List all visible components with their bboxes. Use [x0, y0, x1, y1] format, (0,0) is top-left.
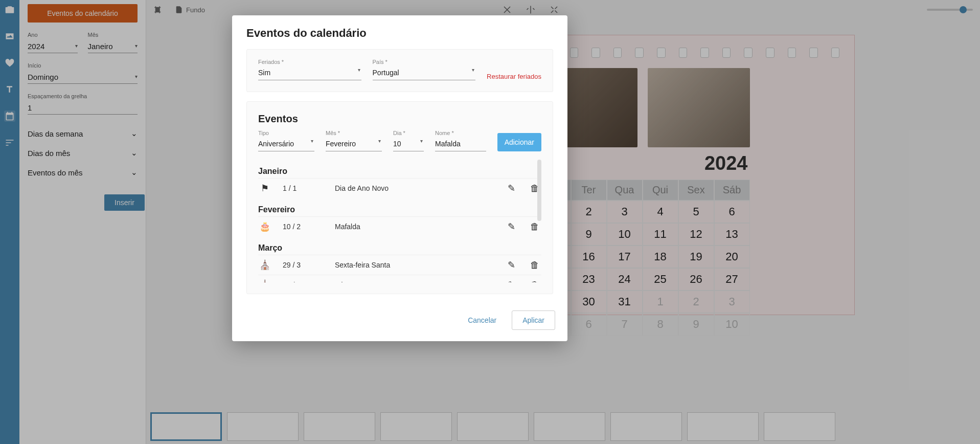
event-name-input[interactable] — [435, 138, 486, 151]
holidays-select[interactable]: Sim — [258, 66, 361, 80]
event-row: ⛪ 29 / 3 Sexta-feira Santa ✎ 🗑 — [258, 255, 541, 275]
add-event-button[interactable]: Adicionar — [497, 133, 541, 151]
month-heading: Fevereiro — [258, 203, 541, 216]
cake-icon: 🎂 — [258, 221, 271, 232]
event-day-label: Dia * — [393, 130, 424, 136]
event-date: 1 / 1 — [283, 184, 324, 192]
delete-icon[interactable]: 🗑 — [530, 280, 541, 283]
edit-icon[interactable]: ✎ — [508, 259, 519, 271]
edit-icon[interactable]: ✎ — [508, 221, 519, 232]
cancel-button[interactable]: Cancelar — [462, 311, 503, 329]
month-heading: Março — [258, 241, 541, 255]
country-select[interactable]: Portugal — [373, 66, 476, 80]
event-date: 31 / 3 — [283, 281, 324, 282]
dialog-title: Eventos do calendário — [232, 15, 567, 49]
event-name: Páscoa — [335, 281, 496, 282]
event-name: Sexta-feira Santa — [335, 261, 496, 269]
type-select[interactable]: Aniversário — [258, 138, 314, 151]
event-name: Mafalda — [335, 223, 496, 231]
calendar-events-dialog: Eventos do calendário Feriados * Sim ▾ P… — [232, 15, 567, 341]
edit-icon[interactable]: ✎ — [508, 183, 519, 194]
event-month-label: Mês * — [326, 130, 382, 136]
event-month-select[interactable]: Fevereiro — [326, 138, 382, 151]
church-icon: ⛪ — [258, 279, 271, 282]
delete-icon[interactable]: 🗑 — [530, 221, 541, 232]
event-name-label: Nome * — [435, 130, 486, 136]
country-label: País * — [373, 59, 476, 65]
scrollbar[interactable] — [537, 160, 541, 221]
event-date: 10 / 2 — [283, 223, 324, 231]
event-row: ⚑ 1 / 1 Dia de Ano Novo ✎ 🗑 — [258, 178, 541, 198]
event-day-select[interactable]: 10 — [393, 138, 424, 151]
event-row: ⛪ 31 / 3 Páscoa ✎ 🗑 — [258, 275, 541, 282]
event-date: 29 / 3 — [283, 261, 324, 269]
flag-icon: ⚑ — [258, 183, 271, 194]
event-name: Dia de Ano Novo — [335, 184, 496, 192]
event-row: 🎂 10 / 2 Mafalda ✎ 🗑 — [258, 216, 541, 236]
restore-holidays-link[interactable]: Restaurar feriados — [487, 73, 541, 80]
delete-icon[interactable]: 🗑 — [530, 260, 541, 271]
type-label: Tipo — [258, 130, 314, 136]
events-section-title: Eventos — [258, 111, 541, 130]
month-heading: Janeiro — [258, 165, 541, 178]
apply-button[interactable]: Aplicar — [512, 310, 555, 330]
events-list: Janeiro ⚑ 1 / 1 Dia de Ano Novo ✎ 🗑Fever… — [258, 160, 541, 282]
edit-icon[interactable]: ✎ — [508, 279, 519, 282]
holidays-label: Feriados * — [258, 59, 361, 65]
church-icon: ⛪ — [258, 259, 271, 271]
